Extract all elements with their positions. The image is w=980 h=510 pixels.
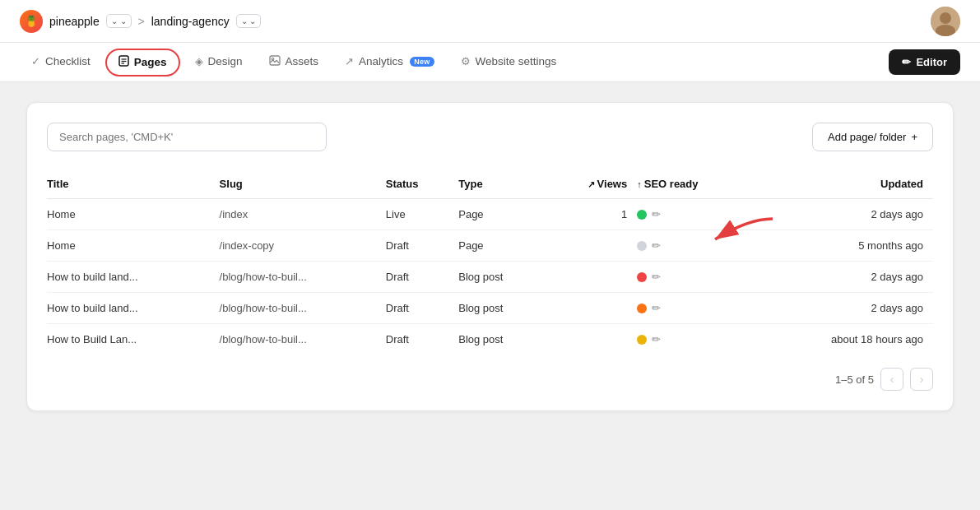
seo-edit-icon[interactable]: ✏ [652,302,661,314]
cell-slug: /index-copy [220,230,386,262]
svg-point-1 [940,12,951,24]
tab-checklist[interactable]: ✓ Checklist [20,43,102,81]
analytics-icon: ↗ [345,55,354,67]
pages-table: Title Slug Status Type ↗ Views ↑ SEO rea… [47,171,933,355]
cell-type: Page [458,199,551,230]
cell-updated: 2 days ago [759,262,933,293]
tab-website-settings[interactable]: ⚙ Website settings [449,43,569,81]
table-header: Title Slug Status Type ↗ Views ↑ SEO rea… [47,171,933,199]
table-row: How to Build Lan... /blog/how-to-buil...… [47,324,933,355]
cell-slug: /blog/how-to-buil... [220,324,386,355]
col-seo-ready: ↑ SEO ready [637,171,759,199]
table-row: How to build land... /blog/how-to-buil..… [47,262,933,293]
table-row: How to build land... /blog/how-to-buil..… [47,293,933,324]
views-sort-icon: ↗ [588,179,597,189]
add-page-label: Add page/ folder [828,131,906,143]
tab-analytics[interactable]: ↗ Analytics New [333,43,445,81]
tab-design[interactable]: ◈ Design [183,43,254,81]
cell-status: Draft [386,293,458,324]
cell-views: 1 [551,199,637,230]
cell-slug: /blog/how-to-buil... [220,293,386,324]
topbar: 🍍 pineapple ⌄ ⌄ > landing-agency ⌄ ⌄ [0,0,980,43]
tab-design-label: Design [208,55,243,67]
avatar[interactable] [931,7,960,36]
pages-icon [118,55,129,69]
cell-seo: ✏ [637,324,759,355]
col-status: Status [386,171,458,199]
table-row: Home /index Live Page 1 ✏ 2 days ago [47,199,933,230]
editor-button-label: Editor [916,56,947,68]
col-type: Type [458,171,551,199]
tab-pages-label: Pages [134,56,167,68]
cell-slug: /blog/how-to-buil... [220,262,386,293]
cell-title: How to build land... [47,262,220,293]
seo-dot [637,304,647,313]
cell-updated: 2 days ago [759,293,933,324]
tab-assets[interactable]: Assets [258,43,331,81]
cell-status: Draft [386,230,458,262]
cell-updated: about 18 hours ago [759,324,933,355]
topbar-left: 🍍 pineapple ⌄ ⌄ > landing-agency ⌄ ⌄ [20,10,261,33]
cell-type: Blog post [458,262,551,293]
pagination-prev[interactable]: ‹ [880,368,903,391]
col-slug: Slug [220,171,386,199]
seo-dot [637,335,647,345]
pagination-label: 1–5 of 5 [835,373,874,386]
cell-updated: 2 days ago [759,199,933,230]
seo-dot [637,210,647,220]
add-page-button[interactable]: Add page/ folder + [812,123,933,151]
table-row: Home /index-copy Draft Page ✏ 5 months a… [47,230,933,262]
seo-edit-icon[interactable]: ✏ [652,208,661,220]
seo-sort-icon: ↑ [637,179,644,189]
tab-pages[interactable]: Pages [105,49,180,76]
pages-toolbar: Add page/ folder + [47,123,933,151]
breadcrumb-separator: > [138,15,145,28]
analytics-badge: New [410,57,434,67]
pages-card: Add page/ folder + Title Slug [26,102,954,411]
seo-edit-icon[interactable]: ✏ [652,271,661,283]
cell-status: Live [386,199,458,230]
seo-edit-icon[interactable]: ✏ [652,239,661,252]
cell-slug: /index [220,199,386,230]
col-updated: Updated [759,171,933,199]
cell-views [551,262,637,293]
cell-type: Blog post [458,324,551,355]
project-dropdown[interactable]: ⌄ ⌄ [236,14,262,28]
cell-status: Draft [386,324,458,355]
cell-type: Page [458,230,551,262]
checklist-icon: ✓ [31,55,40,67]
nav-tabs: ✓ Checklist Pages ◈ Design [0,43,980,82]
cell-seo: ✏ [637,230,759,262]
cell-updated: 5 months ago [759,230,933,262]
settings-icon: ⚙ [461,55,471,67]
main-content: Add page/ folder + Title Slug [0,82,980,510]
pagination-next[interactable]: › [910,368,933,391]
cell-title: How to Build Lan... [47,324,220,355]
workspace-dropdown[interactable]: ⌄ ⌄ [106,14,132,28]
tab-checklist-label: Checklist [45,55,91,67]
seo-dot [637,272,647,282]
pagination: 1–5 of 5 ‹ › [47,368,933,391]
project-name: landing-agency [151,15,230,28]
cell-seo: ✏ [637,293,759,324]
cell-views [551,293,637,324]
tab-assets-label: Assets [286,55,319,67]
cell-views [551,324,637,355]
editor-button[interactable]: ✏ Editor [889,49,960,75]
cell-seo: ✏ [637,199,759,230]
workspace-name: pineapple [49,15,100,28]
editor-pencil-icon: ✏ [902,56,911,68]
tab-website-settings-label: Website settings [476,55,557,67]
seo-edit-icon[interactable]: ✏ [652,333,661,345]
pages-table-wrapper: Title Slug Status Type ↗ Views ↑ SEO rea… [47,171,933,355]
seo-dot [637,241,647,251]
workspace-icon: 🍍 [20,10,43,33]
cell-seo: ✏ [637,262,759,293]
col-views: ↗ Views [551,171,637,199]
assets-icon [269,55,281,68]
cell-title: Home [47,230,220,262]
cell-views [551,230,637,262]
tab-analytics-label: Analytics [359,55,403,67]
search-input[interactable] [47,123,327,151]
cell-title: How to build land... [47,293,220,324]
